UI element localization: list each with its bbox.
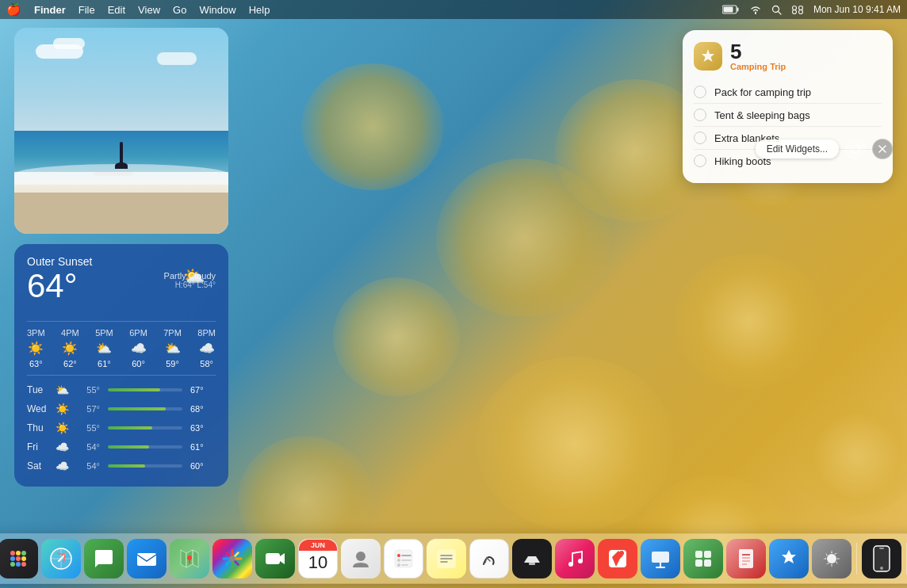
dock-item-music[interactable] xyxy=(555,539,595,578)
weather-day-item: Tue ⛅ 55° 67° xyxy=(27,380,216,399)
svg-rect-64 xyxy=(879,548,884,549)
dock-separator xyxy=(856,543,857,575)
dock-item-appletv[interactable] xyxy=(512,539,552,578)
weather-day-item: Thu ☀️ 55° 63° xyxy=(27,418,216,437)
svg-rect-2 xyxy=(723,7,733,13)
dock-item-iphone[interactable] xyxy=(862,539,901,578)
dock-item-notes[interactable] xyxy=(427,539,466,578)
dock-item-maps[interactable] xyxy=(170,539,209,578)
svg-point-20 xyxy=(10,556,15,561)
edit-widgets-bar: Edit Widgets... xyxy=(756,139,893,159)
wallpaper-element xyxy=(333,277,460,396)
svg-point-19 xyxy=(21,551,26,556)
battery-icon[interactable] xyxy=(722,5,740,14)
reminder-item[interactable]: Pack for camping trip xyxy=(694,81,882,104)
svg-point-7 xyxy=(792,10,796,14)
reminders-widget: 5 Camping Trip Pack for camping trip Ten… xyxy=(683,30,893,183)
weather-day-item: Sat ☁️ 54° 60° xyxy=(27,456,216,475)
menubar: 🍎 Finder File Edit View Go Window Help xyxy=(0,0,907,19)
svg-point-5 xyxy=(792,6,796,10)
weather-hourly: 3PM☀️63°4PM☀️62°5PM⛅61°6PM☁️60°7PM⛅59°8P… xyxy=(27,321,216,368)
weather-hour-item: 5PM⛅61° xyxy=(95,328,113,368)
svg-line-4 xyxy=(778,11,781,14)
wallpaper-element xyxy=(301,63,444,190)
svg-point-24 xyxy=(16,562,21,567)
reminder-checkbox[interactable] xyxy=(694,86,706,98)
photo-widget xyxy=(14,28,228,234)
photo-widget-image xyxy=(14,28,228,234)
weather-hour-item: 4PM☀️62° xyxy=(61,328,79,368)
svg-point-25 xyxy=(21,562,26,567)
svg-point-18 xyxy=(16,551,21,556)
svg-point-30 xyxy=(187,556,192,560)
reminder-checkbox[interactable] xyxy=(694,155,706,167)
menubar-view[interactable]: View xyxy=(138,4,160,16)
weather-description: Partly Cloudy H:64° L:54° xyxy=(27,271,216,289)
svg-point-33 xyxy=(356,552,365,561)
dock-item-launchpad[interactable] xyxy=(0,539,38,578)
svg-point-46 xyxy=(568,562,573,567)
svg-point-47 xyxy=(578,559,583,563)
svg-point-35 xyxy=(397,554,400,557)
dock-item-calendar[interactable]: JUN 10 xyxy=(298,539,338,578)
dock-item-contacts[interactable] xyxy=(341,539,381,578)
edit-widgets-button[interactable]: Edit Widgets... xyxy=(756,139,839,158)
svg-rect-53 xyxy=(695,551,702,558)
svg-point-39 xyxy=(397,563,400,567)
menubar-edit[interactable]: Edit xyxy=(108,4,125,16)
dock-item-freeform[interactable] xyxy=(469,539,509,578)
wifi-icon[interactable] xyxy=(749,5,762,14)
menubar-go[interactable]: Go xyxy=(173,4,186,16)
dock-item-mail[interactable] xyxy=(127,539,166,578)
svg-point-49 xyxy=(619,551,624,556)
dock-item-numbers[interactable] xyxy=(683,539,723,578)
svg-point-65 xyxy=(880,567,883,570)
menubar-left: 🍎 Finder File Edit View Go Window Help xyxy=(6,2,270,17)
dock-item-facetime[interactable] xyxy=(255,539,295,578)
rotate-icon xyxy=(850,143,861,155)
reminders-list: Pack for camping trip Tent & sleeping ba… xyxy=(683,78,893,183)
dock-item-safari[interactable] xyxy=(41,539,81,578)
widget-rotate-button[interactable] xyxy=(845,139,866,159)
svg-point-23 xyxy=(10,562,15,567)
svg-point-22 xyxy=(21,556,26,561)
menubar-file[interactable]: File xyxy=(78,4,95,16)
reminders-count-area: 5 Camping Trip xyxy=(730,41,786,71)
dock-item-reminders[interactable] xyxy=(384,539,423,578)
dock-item-pages[interactable] xyxy=(726,539,766,578)
svg-rect-56 xyxy=(704,559,711,567)
reminder-checkbox[interactable] xyxy=(694,109,706,121)
search-icon[interactable] xyxy=(771,5,782,15)
weather-day-item: Wed ☀️ 57° 68° xyxy=(27,399,216,418)
weather-hour-item: 7PM⛅59° xyxy=(163,328,182,368)
svg-rect-29 xyxy=(137,553,156,566)
svg-rect-57 xyxy=(739,549,753,568)
widget-close-button[interactable] xyxy=(872,139,893,159)
dock-item-news[interactable] xyxy=(598,539,637,578)
control-center-icon[interactable] xyxy=(791,5,804,14)
reminder-text: Pack for camping trip xyxy=(714,86,811,98)
svg-rect-55 xyxy=(695,559,702,567)
dock-item-photos[interactable] xyxy=(212,539,252,578)
reminders-list-name: Camping Trip xyxy=(730,62,786,71)
menubar-window[interactable]: Window xyxy=(199,4,235,16)
menubar-help[interactable]: Help xyxy=(249,4,270,16)
reminder-checkbox[interactable] xyxy=(694,132,706,144)
dock-item-messages[interactable] xyxy=(84,539,124,578)
dock-item-keynote[interactable] xyxy=(641,539,680,578)
menubar-finder[interactable]: Finder xyxy=(34,4,66,16)
svg-rect-45 xyxy=(529,563,535,565)
svg-point-62 xyxy=(827,554,836,563)
menubar-datetime: Mon Jun 10 9:41 AM xyxy=(813,4,901,15)
reminder-item[interactable]: Tent & sleeping bags xyxy=(694,104,882,127)
wallpaper-element xyxy=(793,396,907,515)
svg-point-37 xyxy=(397,559,400,562)
weather-day-item: Fri ☁️ 54° 61° xyxy=(27,437,216,456)
apple-menu[interactable]: 🍎 xyxy=(6,2,21,17)
dock-item-systemprefs[interactable] xyxy=(812,539,852,578)
dock-item-appstore[interactable] xyxy=(769,539,809,578)
svg-point-6 xyxy=(798,6,802,10)
menubar-right: Mon Jun 10 9:41 AM xyxy=(722,4,901,15)
weather-widget: Outer Sunset 64° ⛅ Partly Cloudy H:64° L… xyxy=(14,244,228,487)
wallpaper-element xyxy=(476,357,674,531)
